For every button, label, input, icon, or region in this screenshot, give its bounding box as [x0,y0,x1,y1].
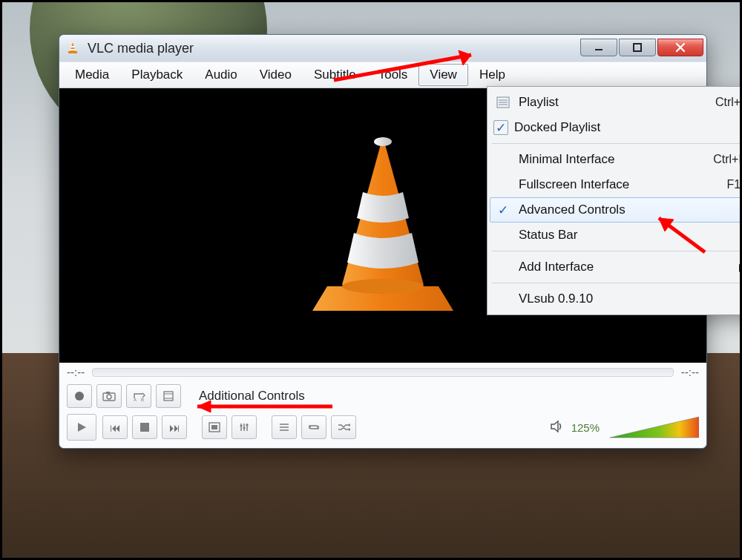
minimize-button[interactable] [580,39,617,56]
stop-button[interactable] [132,415,157,439]
close-button[interactable] [657,39,703,56]
menuitem-label: Advanced Controls [519,202,742,217]
menu-media[interactable]: Media [64,64,120,86]
menuitem-shortcut: F11 [726,178,742,191]
loop-icon [307,422,321,432]
svg-rect-23 [240,425,243,426]
check-icon: ✓ [493,202,513,218]
svg-rect-1 [70,46,75,47]
playlist-button[interactable] [272,415,297,439]
next-icon: ⏭ [169,422,180,433]
shuffle-button[interactable] [331,415,356,439]
svg-rect-3 [68,51,77,53]
previous-icon: ⏮ [110,422,121,433]
view-vlsub[interactable]: VLsub 0.9.10 [490,286,742,312]
fullscreen-icon [209,422,220,432]
menu-video[interactable]: Video [249,64,303,86]
svg-point-9 [342,279,424,294]
svg-rect-12 [106,392,110,394]
view-fullscreen-interface[interactable]: Fullscreen Interface F11 [490,172,742,197]
seek-row: --:-- --:-- [59,363,706,380]
view-add-interface[interactable]: Add Interface ▶ [490,254,742,280]
svg-point-7 [374,137,392,146]
camera-icon [102,391,116,401]
svg-rect-4 [595,49,603,50]
menu-playback[interactable]: Playback [120,64,194,86]
extended-settings-button[interactable] [232,415,257,439]
play-button[interactable] [67,414,96,441]
view-minimal-interface[interactable]: Minimal Interface Ctrl+H [490,147,742,172]
mute-button[interactable] [549,418,565,437]
menu-help[interactable]: Help [468,64,516,86]
maximize-button[interactable] [619,39,656,56]
svg-rect-15 [164,392,173,401]
menu-subtitle[interactable]: Subtitle [303,64,367,86]
equalizer-icon [238,422,250,432]
vlc-window: VLC media player Media Playback Audio Vi… [59,34,707,449]
speaker-icon [549,418,565,435]
additional-controls-label: Additional Controls [199,389,305,403]
view-dropdown: Playlist Ctrl+L ✓ Docked Playlist Minima… [487,86,742,315]
submenu-arrow-icon: ▶ [739,261,742,273]
record-icon [75,392,84,401]
svg-marker-34 [610,417,699,438]
menubar: Media Playback Audio Video Subtitle Tool… [59,62,706,88]
next-button[interactable]: ⏭ [162,415,187,439]
view-advanced-controls[interactable]: ✓ Advanced Controls [490,197,742,223]
view-status-bar[interactable]: Status Bar [490,223,742,248]
time-remaining: --:-- [681,366,699,378]
menu-tools[interactable]: Tools [367,64,419,86]
volume-percent: 125% [571,421,600,434]
menu-separator [492,251,742,251]
menuitem-shortcut: Ctrl+L [715,96,742,109]
menu-separator [492,283,742,283]
svg-marker-31 [349,424,350,426]
menu-audio[interactable]: Audio [194,64,248,86]
svg-text:A: A [134,398,137,402]
fullscreen-button[interactable] [202,415,227,439]
time-elapsed: --:-- [67,366,85,378]
vlc-cone-icon [305,129,461,322]
svg-marker-32 [349,428,350,431]
menuitem-label: Minimal Interface [519,152,707,167]
play-icon [76,421,88,433]
svg-rect-27 [246,424,249,426]
menuitem-label: Docked Playlist [514,120,742,135]
menuitem-label: Playlist [519,95,709,110]
playlist-icon [278,422,290,432]
app-icon [65,40,80,57]
frame-step-button[interactable] [156,384,181,408]
menu-separator [492,143,742,144]
loop-button[interactable] [301,415,326,439]
shuffle-icon [337,422,350,432]
svg-rect-5 [634,44,641,51]
advanced-controls-row: AB Additional Controls [59,380,706,408]
menu-view[interactable]: View [418,64,468,86]
list-icon [493,96,513,108]
loop-ab-button[interactable]: AB [126,384,151,408]
window-title: VLC media player [85,41,576,56]
view-playlist[interactable]: Playlist Ctrl+L [490,90,742,115]
svg-marker-18 [78,423,86,432]
snapshot-button[interactable] [96,384,122,408]
view-docked-playlist[interactable]: ✓ Docked Playlist [490,115,742,140]
menuitem-label: VLsub 0.9.10 [519,291,742,306]
menuitem-shortcut: Ctrl+H [713,153,742,166]
menuitem-label: Add Interface [519,260,733,274]
svg-marker-33 [551,421,558,432]
seek-bar[interactable] [92,368,674,377]
check-icon: ✓ [493,120,508,135]
volume-slider[interactable] [610,415,699,439]
titlebar: VLC media player [59,35,706,62]
svg-point-11 [107,395,111,399]
loop-ab-icon: AB [131,390,146,402]
controls-row: ⏮ ⏭ [59,408,706,448]
svg-rect-2 [70,49,76,50]
previous-button[interactable]: ⏮ [102,415,128,439]
record-button[interactable] [67,384,92,408]
stop-icon [140,423,149,432]
filmstrip-icon [162,390,174,402]
svg-rect-21 [211,425,217,429]
svg-text:B: B [141,398,144,402]
menuitem-label: Fullscreen Interface [519,177,720,192]
